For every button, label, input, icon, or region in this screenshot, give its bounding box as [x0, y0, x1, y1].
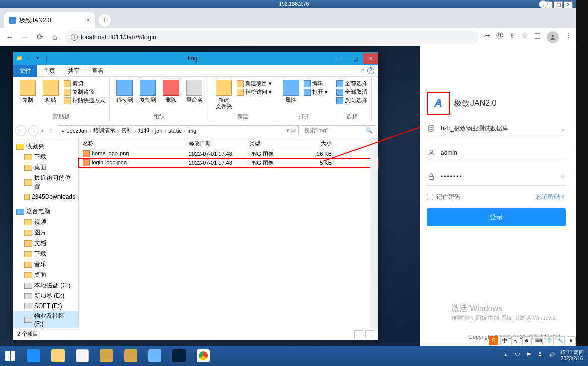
- sidebar-item-drive-f[interactable]: 物业及社区 (F:): [13, 311, 78, 328]
- view-icons-button[interactable]: [365, 330, 374, 338]
- breadcrumb-root[interactable]: «: [61, 128, 66, 134]
- ime-skin-button[interactable]: 👕: [545, 336, 554, 345]
- delete-button[interactable]: 删除: [160, 79, 182, 103]
- vm-dropdown-button[interactable]: ⌄: [539, 0, 548, 8]
- invert-selection-button[interactable]: 反向选择: [336, 97, 367, 104]
- view-details-button[interactable]: [354, 330, 363, 338]
- sidebar-item-music[interactable]: 音乐: [13, 259, 78, 270]
- taskbar-photoshop[interactable]: [167, 347, 191, 365]
- share-icon[interactable]: ⇪: [509, 31, 515, 43]
- ime-punct-button[interactable]: •,: [511, 336, 520, 345]
- col-name[interactable]: 名称: [79, 140, 185, 147]
- forward-button[interactable]: →: [19, 32, 30, 43]
- chevron-down-icon[interactable]: ⌄: [561, 125, 566, 132]
- ribbon-tab-share[interactable]: 共享: [62, 65, 86, 77]
- ime-menu-button[interactable]: ≡: [567, 336, 576, 345]
- explorer-close-button[interactable]: ×: [363, 53, 378, 64]
- new-folder-button[interactable]: 新建 文件夹: [213, 79, 234, 110]
- remember-checkbox[interactable]: 记住密码: [427, 193, 460, 201]
- eye-icon[interactable]: 👁: [560, 173, 566, 180]
- qat-dropdown[interactable]: ▾: [33, 54, 41, 63]
- edit-button[interactable]: 编辑: [304, 80, 328, 87]
- scrollbar[interactable]: [370, 138, 378, 328]
- col-type[interactable]: 类型: [245, 140, 296, 147]
- props-icon[interactable]: ▫: [24, 54, 32, 63]
- explorer-back-button[interactable]: ←: [15, 125, 26, 136]
- rename-button[interactable]: 重命名: [184, 79, 205, 103]
- ime-tool-button[interactable]: 🔧: [556, 336, 565, 345]
- explorer-maximize-button[interactable]: ▢: [348, 53, 363, 64]
- sidebar-item-desktop2[interactable]: 桌面: [13, 270, 78, 280]
- browser-tab[interactable]: 极致JAN2.0 ×: [4, 12, 95, 28]
- properties-button[interactable]: 属性: [280, 79, 302, 103]
- ribbon-tab-home[interactable]: 主页: [37, 65, 62, 77]
- file-row[interactable]: login-logo.png 2022-07-01 17:48 PNG 图像 5…: [79, 158, 378, 167]
- copy-to-button[interactable]: 复制到: [137, 79, 158, 103]
- tray-shield-icon[interactable]: 🛡: [515, 352, 523, 360]
- sidebar-item-downloads2[interactable]: 下载: [13, 249, 78, 259]
- login-button[interactable]: 登录: [427, 208, 566, 226]
- ime-sogou-icon[interactable]: S: [489, 336, 498, 345]
- ribbon-help-button[interactable]: ?: [367, 67, 374, 74]
- breadcrumb-item[interactable]: JeezJan: [66, 128, 88, 134]
- taskbar-clock[interactable]: 15:11 周四 2023/2/16: [560, 350, 584, 362]
- col-size[interactable]: 大小: [296, 140, 336, 147]
- breadcrumb-item[interactable]: 迅和: [137, 127, 150, 134]
- vm-maximize-button[interactable]: ▢: [554, 1, 563, 8]
- cut-button[interactable]: 剪切: [64, 80, 105, 87]
- paste-button[interactable]: 粘贴: [40, 79, 62, 103]
- back-button[interactable]: ←: [4, 32, 15, 43]
- sidebar-item-drive-e[interactable]: SOFT (E:): [13, 301, 78, 311]
- breadcrumb-item[interactable]: static: [167, 128, 183, 134]
- taskbar-app2[interactable]: [119, 347, 142, 365]
- tray-up-icon[interactable]: ▴: [504, 352, 512, 360]
- copy-path-button[interactable]: 复制路径: [64, 88, 105, 96]
- bookmark-icon[interactable]: ☆: [521, 31, 528, 43]
- address-bar[interactable]: i localhost:8011/Jan/#/login: [65, 31, 479, 44]
- new-item-button[interactable]: 新建项目 ▾: [237, 80, 272, 87]
- breadcrumb-item[interactable]: 资料: [120, 127, 133, 134]
- open-button[interactable]: 打开 ▾: [304, 88, 328, 96]
- password-field[interactable]: ••••••• 👁: [427, 168, 566, 186]
- tab-close-button[interactable]: ×: [86, 17, 90, 24]
- breadcrumb-item[interactable]: 培训演示: [92, 127, 116, 134]
- ime-emoji-button[interactable]: ☻: [522, 336, 532, 345]
- database-field[interactable]: bzb_极致物业测试数据库 ⌄: [427, 120, 566, 137]
- sidebar-item-pictures[interactable]: 图片: [13, 227, 78, 238]
- explorer-up-button[interactable]: ↑: [46, 127, 56, 134]
- site-info-icon[interactable]: i: [71, 34, 78, 41]
- start-button[interactable]: [0, 346, 20, 366]
- search-icon[interactable]: ⓠ: [496, 31, 503, 43]
- sidepanel-icon[interactable]: ▥: [534, 31, 541, 43]
- sidebar-item-documents[interactable]: 文档: [13, 238, 78, 249]
- explorer-search-input[interactable]: 搜索"img" 🔍: [301, 125, 376, 136]
- path-refresh-button[interactable]: ⟳: [291, 127, 296, 134]
- explorer-history-dropdown[interactable]: ▾: [41, 128, 44, 133]
- path-dropdown-button[interactable]: ▾: [286, 127, 289, 134]
- breadcrumb-item[interactable]: img: [187, 128, 198, 134]
- sidebar-item-desktop[interactable]: 桌面: [13, 162, 78, 173]
- taskbar-notepad[interactable]: [71, 347, 94, 365]
- sidebar-item-2345[interactable]: 2345Downloads: [13, 192, 78, 201]
- taskbar-ie[interactable]: [22, 347, 45, 365]
- taskbar-explorer[interactable]: [46, 347, 70, 365]
- username-field[interactable]: admin: [427, 144, 566, 161]
- tray-flag-icon[interactable]: ⚑: [526, 352, 535, 360]
- easy-access-button[interactable]: 轻松访问 ▾: [237, 88, 272, 96]
- paste-shortcut-button[interactable]: 粘贴快捷方式: [64, 97, 105, 104]
- tray-network-icon[interactable]: 🖧: [538, 352, 546, 360]
- select-all-button[interactable]: 全部选择: [336, 80, 367, 87]
- key-icon[interactable]: ⊶: [483, 31, 490, 43]
- reload-button[interactable]: ⟳: [34, 32, 45, 43]
- sidebar-item-drive-d[interactable]: 新加卷 (D:): [13, 291, 78, 301]
- sidebar-item-videos[interactable]: 视频: [13, 217, 78, 227]
- avatar-icon[interactable]: [547, 31, 559, 43]
- file-row[interactable]: home-logo.png 2022-07-01 17:48 PNG 图像 26…: [79, 149, 378, 158]
- ime-keyboard-button[interactable]: ⌨: [534, 336, 543, 345]
- sidebar-favorites-head[interactable]: 收藏夹: [13, 141, 78, 152]
- ribbon-tab-file[interactable]: 文件: [13, 65, 37, 77]
- ribbon-tab-view[interactable]: 查看: [86, 65, 110, 77]
- col-date[interactable]: 修改日期: [185, 140, 245, 147]
- taskbar-chrome[interactable]: [192, 347, 215, 365]
- breadcrumb-item[interactable]: jan: [154, 128, 164, 134]
